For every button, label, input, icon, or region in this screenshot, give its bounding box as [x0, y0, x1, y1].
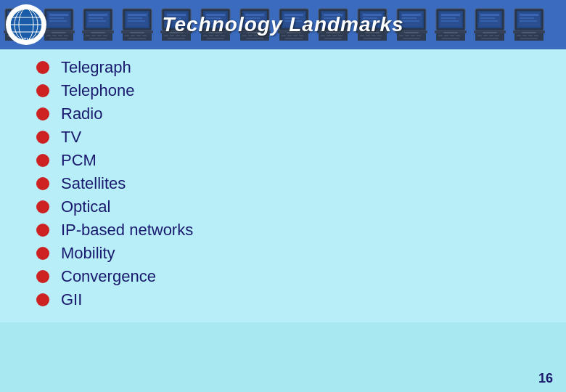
list-item: Telegraph	[36, 58, 544, 77]
list-item: Optical	[36, 197, 544, 216]
list-item-label: GII	[61, 290, 82, 309]
page-number: 16	[538, 371, 553, 386]
svg-rect-97	[246, 38, 263, 39]
list-item: Mobility	[36, 244, 544, 263]
bullet-dot	[36, 293, 49, 306]
svg-rect-139	[364, 38, 381, 39]
bullet-dot	[36, 154, 49, 167]
svg-rect-69	[168, 38, 185, 39]
bullet-dot	[36, 200, 49, 213]
list-item: Radio	[36, 105, 544, 123]
svg-text:ITU: ITU	[22, 37, 30, 42]
bullet-dot	[36, 107, 49, 121]
bullet-dot	[36, 270, 49, 283]
svg-rect-195	[520, 38, 538, 39]
list-item-label: PCM	[61, 151, 97, 170]
list-item-label: TV	[61, 128, 81, 147]
list-item-label: Satellites	[61, 174, 126, 193]
list-item-label: Telegraph	[61, 58, 131, 77]
list-item-label: Mobility	[61, 244, 115, 263]
bullet-dot	[36, 131, 49, 144]
header: // Will be rendered after DOM is ready	[0, 0, 566, 49]
list-item: GII	[36, 290, 544, 309]
list-item-label: Radio	[61, 105, 102, 123]
svg-rect-181	[481, 38, 499, 39]
svg-rect-55	[128, 38, 146, 39]
main-content: TelegraphTelephoneRadioTVPCMSatellitesOp…	[0, 49, 566, 322]
svg-rect-167	[442, 38, 459, 39]
list-item-label: IP-based networks	[61, 221, 193, 240]
svg-rect-125	[324, 38, 342, 39]
bullet-dot	[36, 61, 49, 74]
bullet-dot	[36, 247, 49, 260]
svg-rect-41	[89, 38, 107, 39]
list-item-label: Telephone	[61, 81, 135, 100]
list-item: Telephone	[36, 81, 544, 100]
bullet-dot	[36, 177, 49, 190]
svg-rect-83	[207, 38, 224, 39]
technology-list: TelegraphTelephoneRadioTVPCMSatellitesOp…	[36, 58, 544, 309]
list-item: IP-based networks	[36, 221, 544, 240]
list-item: Satellites	[36, 174, 544, 193]
list-item: Convergence	[36, 267, 544, 286]
svg-rect-27	[50, 38, 67, 39]
itu-logo: ITU	[6, 4, 46, 45]
list-item-label: Convergence	[61, 267, 156, 286]
svg-rect-153	[403, 38, 420, 39]
bullet-dot	[36, 224, 49, 237]
svg-rect-111	[285, 38, 303, 39]
list-item: TV	[36, 128, 544, 147]
list-item-label: Optical	[61, 197, 110, 216]
list-item: PCM	[36, 151, 544, 170]
bullet-dot	[36, 84, 49, 97]
header-title: Technology Landmarks	[0, 13, 566, 36]
